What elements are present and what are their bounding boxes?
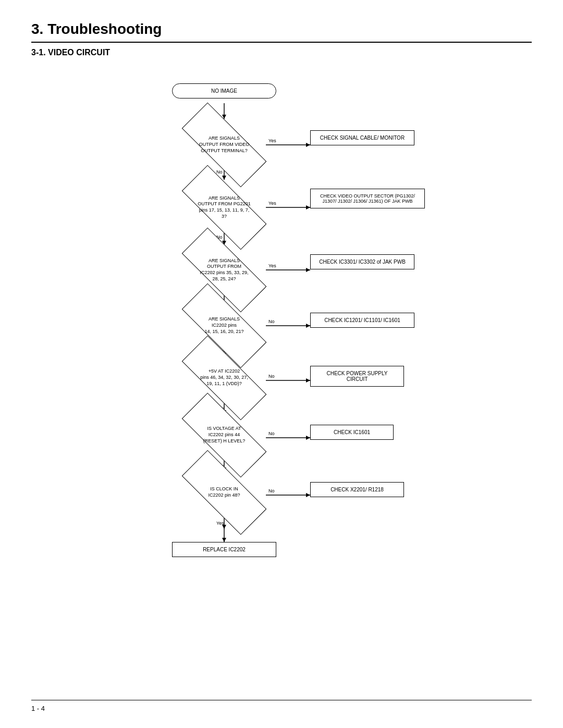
end-node: REPLACE IC2202 (172, 542, 276, 557)
check-signal-label: CHECK SIGNAL CABLE/ MONITOR (320, 135, 405, 141)
svg-marker-19 (306, 268, 310, 272)
check-ic1201-label: CHECK IC1201/ IC1101/ IC1601 (324, 317, 400, 323)
svg-marker-34 (306, 436, 310, 440)
start-node: NO IMAGE (172, 83, 276, 98)
check-ic3301-box: CHECK IC3301/ IC3302 of JAK PWB (310, 254, 414, 269)
check-ic3301-label: CHECK IC3301/ IC3302 of JAK PWB (319, 259, 406, 265)
diamond-3: ARE SIGNALSOUTPUT FROMIC2202 pins 35, 33… (143, 249, 305, 291)
check-ic1601-box: CHECK IC1601 (310, 425, 394, 440)
check-power-supply-box: CHECK POWER SUPPLY CIRCUIT (310, 366, 404, 387)
svg-marker-22 (306, 324, 310, 328)
check-ic1201-box: CHECK IC1201/ IC1101/ IC1601 (310, 313, 414, 328)
diamond-6: IS VOLTAGE ATIC2202 pins 44(RESET) H LEV… (143, 414, 305, 456)
diamond-6-text: IS VOLTAGE ATIC2202 pins 44(RESET) H LEV… (190, 424, 258, 446)
section-title: 3-1. VIDEO CIRCUIT (31, 48, 532, 57)
footer-text: 1 - 4 (31, 705, 45, 712)
check-signal-cable-box: CHECK SIGNAL CABLE/ MONITOR (310, 130, 414, 145)
diamond-1-text: ARE SIGNALSOUTPUT FROM VIDEOOUTPUT TERMI… (190, 133, 258, 156)
svg-text:No: No (216, 169, 223, 175)
check-ic1601-label: CHECK IC1601 (334, 429, 370, 435)
svg-marker-43 (222, 525, 226, 529)
end-label: REPLACE IC2202 (203, 547, 246, 552)
diamond-7-text: IS CLOCK INIC2202 pin 48? (190, 484, 258, 500)
diamond-7: IS CLOCK INIC2202 pin 48? (143, 472, 305, 513)
svg-marker-7 (306, 143, 310, 147)
diamond-2-text: ARE SIGNALSOUTPUT FROM PG2201pins 17, 15… (190, 193, 258, 222)
svg-marker-28 (306, 378, 310, 382)
check-x2201-box: CHECK X2201/ R1218 (310, 482, 404, 497)
start-label: NO IMAGE (211, 88, 237, 94)
check-x2201-label: CHECK X2201/ R1218 (331, 487, 384, 492)
diamond-5: +5V AT IC2202pins 46, 34, 32, 30, 27,19,… (143, 357, 305, 399)
svg-marker-13 (306, 205, 310, 209)
diamond-1: ARE SIGNALSOUTPUT FROM VIDEOOUTPUT TERMI… (143, 124, 305, 166)
svg-text:Yes: Yes (216, 521, 224, 526)
svg-marker-45 (222, 538, 226, 542)
check-video-output-box: CHECK VIDEO OUTPUT SECTOR (PG1302/ J1307… (310, 189, 425, 208)
page-title: 3. Troubleshooting (31, 21, 532, 43)
diamond-5-text: +5V AT IC2202pins 46, 34, 32, 30, 27,19,… (190, 366, 258, 389)
check-video-label: CHECK VIDEO OUTPUT SECTOR (PG1302/ J1307… (320, 193, 415, 204)
diamond-2: ARE SIGNALSOUTPUT FROM PG2201pins 17, 15… (143, 187, 305, 228)
svg-marker-40 (306, 493, 310, 497)
diamond-4: ARE SIGNALSIC2202 pins14, 15, 16, 20, 21… (143, 307, 305, 344)
diamond-3-text: ARE SIGNALSOUTPUT FROMIC2202 pins 35, 33… (190, 256, 258, 285)
check-power-label: CHECK POWER SUPPLY CIRCUIT (326, 371, 387, 382)
diamond-4-text: ARE SIGNALSIC2202 pins14, 15, 16, 20, 21… (190, 314, 258, 337)
flowchart: No Yes No Yes No Yes No Yes No (104, 68, 459, 693)
svg-marker-4 (222, 176, 226, 180)
footer: 1 - 4 (31, 700, 532, 712)
